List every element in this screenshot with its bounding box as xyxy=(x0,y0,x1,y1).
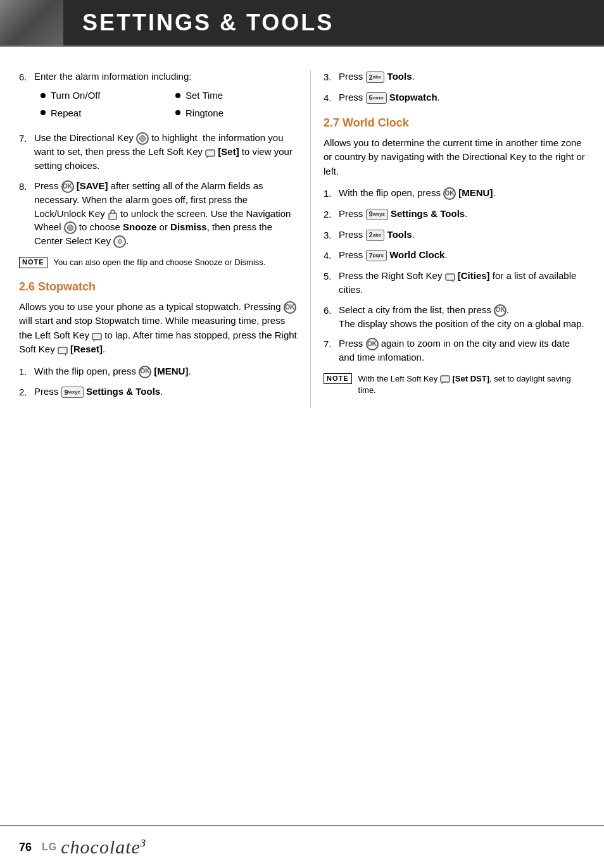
stopwatch-step-2: 2. Press 9wxyz Settings & Tools. xyxy=(19,385,298,399)
wc-step-6: 6. Select a city from the list, then pre… xyxy=(324,303,585,331)
svg-rect-7 xyxy=(446,274,455,280)
stopwatch-step-1: 1. With the flip open, press OK [MENU]. xyxy=(19,364,298,379)
svg-line-6 xyxy=(65,354,66,356)
ok-icon-sw1: OK xyxy=(139,366,151,378)
ok-icon-wc6: OK xyxy=(494,304,506,317)
header-image xyxy=(0,0,63,46)
stopwatch-steps-left: 1. With the flip open, press OK [MENU]. … xyxy=(19,364,298,400)
wc-step-7: 7. Press OK again to zoom in on the city… xyxy=(324,337,585,364)
page-header: SETTINGS & TOOLS xyxy=(0,0,604,46)
sw-content-4: Press 6mno Stopwatch. xyxy=(339,90,585,104)
sw-num-2: 2. xyxy=(19,385,34,399)
svg-line-8 xyxy=(453,280,453,282)
right-soft-key-icon-wc xyxy=(445,272,455,281)
stopwatch-para: Allows you to use your phone as a typica… xyxy=(19,300,298,357)
bullet-grid: Turn On/Off Set Time Repeat Rington xyxy=(41,89,298,120)
note-block-alarm: NOTE You can also open the flip and choo… xyxy=(19,257,298,268)
svg-rect-2 xyxy=(109,213,116,220)
content-area: 6. Enter the alarm information including… xyxy=(0,57,604,421)
svg-rect-3 xyxy=(92,333,101,340)
wc-num-6: 6. xyxy=(324,303,339,318)
svg-rect-0 xyxy=(206,150,215,156)
bullet-dot-1 xyxy=(41,93,46,98)
lg-brand: LG xyxy=(42,841,57,853)
sw-content-2: Press 9wxyz Settings & Tools. xyxy=(34,385,298,399)
list-content-8: Press OK [SAVE] after setting all of the… xyxy=(34,179,298,249)
svg-line-10 xyxy=(442,382,443,384)
section-26-heading: 2.6 Stopwatch xyxy=(19,280,298,294)
page-footer: 76 LG chocolate3 xyxy=(0,825,604,868)
note-text-alarm: You can also open the flip and choose Sn… xyxy=(54,257,266,268)
wc-step-5: 5. Press the Right Soft Key [Cities] for… xyxy=(324,269,585,297)
bullet-dot-3 xyxy=(41,110,46,115)
list-item-6: 6. Enter the alarm information including… xyxy=(19,70,298,125)
bullet-item-4: Ringtone xyxy=(175,106,298,120)
wc-content-2: Press 9wxyz Settings & Tools. xyxy=(339,207,585,221)
center-select-icon: ⊙ xyxy=(113,235,126,248)
bullet-dot-4 xyxy=(175,110,180,115)
right-column: 3. Press 2abc Tools. 4. Press 6mno Stopw… xyxy=(310,70,585,408)
sw-num-3: 3. xyxy=(324,70,339,84)
sw-num-4: 4. xyxy=(324,90,339,105)
key-9wxyz: 9wxyz xyxy=(61,387,84,398)
wc-content-6: Select a city from the list, then press … xyxy=(339,303,585,331)
key-9wxyz-wc: 9wxyz xyxy=(366,209,388,220)
left-soft-key-icon-sw xyxy=(92,332,102,340)
wc-num-1: 1. xyxy=(324,186,339,201)
header-divider xyxy=(0,46,604,47)
wc-content-1: With the flip open, press OK [MENU]. xyxy=(339,186,585,200)
product-sup: 3 xyxy=(141,838,146,848)
sw-num-1: 1. xyxy=(19,364,34,379)
bullet-item-2: Set Time xyxy=(175,89,298,102)
note-text-wc: With the Left Soft Key [Set DST], set to… xyxy=(358,373,585,396)
wc-step-3: 3. Press 2abc Tools. xyxy=(324,228,585,242)
wc-step-4: 4. Press 7pqrs World Clock. xyxy=(324,248,585,263)
page-title: SETTINGS & TOOLS xyxy=(63,9,334,36)
list-num-7: 7. xyxy=(19,131,34,146)
bullet-item-1: Turn On/Off xyxy=(41,89,163,102)
stopwatch-step-3: 3. Press 2abc Tools. xyxy=(324,70,585,84)
list-num-6: 6. xyxy=(19,70,34,84)
wc-content-4: Press 7pqrs World Clock. xyxy=(339,248,585,262)
list-item-7: 7. Use the Directional Key to highlight … xyxy=(19,131,298,173)
wc-content-3: Press 2abc Tools. xyxy=(339,228,585,242)
wc-content-5: Press the Right Soft Key [Cities] for a … xyxy=(339,269,585,297)
note-label-wc: NOTE xyxy=(324,373,352,384)
ok-icon-8: OK xyxy=(61,180,74,193)
key-2abc-wc: 2abc xyxy=(366,230,385,241)
list-num-8: 8. xyxy=(19,179,34,194)
ok-icon-stopwatch: OK xyxy=(284,301,296,314)
sw-content-3: Press 2abc Tools. xyxy=(339,70,585,84)
wc-step-2: 2. Press 9wxyz Settings & Tools. xyxy=(324,207,585,221)
key-6mno: 6mno xyxy=(366,92,387,104)
svg-line-1 xyxy=(207,156,208,158)
section-27-heading: 2.7 World Clock xyxy=(324,116,585,130)
right-soft-key-icon-sw xyxy=(58,345,68,354)
worldclock-para: Allows you to determine the current time… xyxy=(324,136,585,179)
stopwatch-step-4: 4. Press 6mno Stopwatch. xyxy=(324,90,585,105)
brand-logo: LG chocolate3 xyxy=(42,836,146,858)
page-number: 76 xyxy=(19,841,32,854)
wc-num-7: 7. xyxy=(324,337,339,351)
stopwatch-steps-right: 3. Press 2abc Tools. 4. Press 6mno Stopw… xyxy=(324,70,585,105)
wc-num-2: 2. xyxy=(324,207,339,221)
nav-wheel-icon-8 xyxy=(64,221,77,234)
directional-key-icon xyxy=(136,132,149,145)
left-column: 6. Enter the alarm information including… xyxy=(19,70,310,408)
bullet-item-3: Repeat xyxy=(41,106,163,120)
svg-line-4 xyxy=(94,340,94,342)
bullet-dot-2 xyxy=(175,93,180,98)
wc-step-1: 1. With the flip open, press OK [MENU]. xyxy=(324,186,585,201)
main-list-left: 6. Enter the alarm information including… xyxy=(19,70,298,248)
ok-icon-wc7: OK xyxy=(366,338,379,350)
key-2abc-sw: 2abc xyxy=(366,71,385,83)
wc-num-3: 3. xyxy=(324,228,339,242)
svg-rect-9 xyxy=(441,376,450,382)
lock-key-icon xyxy=(108,209,118,220)
wc-num-4: 4. xyxy=(324,248,339,263)
wc-content-7: Press OK again to zoom in on the city an… xyxy=(339,337,585,364)
wc-num-5: 5. xyxy=(324,269,339,283)
list-content-6: Enter the alarm information including: T… xyxy=(34,70,298,125)
left-soft-key-icon-note xyxy=(440,375,450,384)
list-content-7: Use the Directional Key to highlight the… xyxy=(34,131,298,173)
